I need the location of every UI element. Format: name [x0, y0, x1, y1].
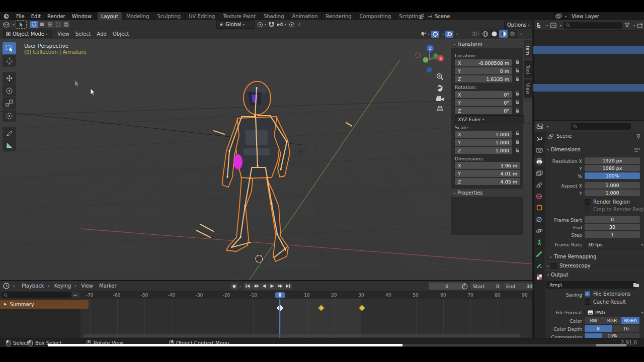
play-button[interactable]: [268, 283, 276, 290]
sidebar-tab-item[interactable]: Item: [524, 40, 532, 59]
menu-edit[interactable]: Edit: [31, 14, 41, 19]
frame-rate-dropdown[interactable]: 30 fps▾: [585, 241, 644, 248]
viewport-menu-view[interactable]: View: [57, 31, 69, 37]
outliner-display-mode-icon[interactable]: [550, 23, 556, 28]
outliner-row-pistola-child[interactable]: Pistola: [533, 92, 644, 99]
presets-icon[interactable]: [634, 147, 640, 152]
timeline-menu-view[interactable]: View: [81, 283, 93, 289]
soldier-character-armature[interactable]: [191, 70, 352, 282]
editor-type-chevron[interactable]: ▾: [13, 23, 14, 26]
active-tool-box-select[interactable]: [16, 20, 27, 29]
timeline-scrollbar[interactable]: [83, 334, 521, 337]
workspace-tab-compositing[interactable]: Compositing: [356, 12, 395, 20]
aspect-y-field[interactable]: 1.000: [585, 190, 640, 196]
scene-selector[interactable]: Scene: [432, 13, 553, 20]
options-button[interactable]: Options▾: [504, 21, 536, 29]
blender-logo-icon[interactable]: [3, 13, 10, 20]
jump-to-end-button[interactable]: [284, 283, 292, 290]
outliner-row-armature-object[interactable]: ▾ Armature: [533, 46, 644, 54]
tool-scale[interactable]: [3, 97, 16, 109]
frame-end-field[interactable]: 30: [585, 224, 640, 230]
frame-start-field[interactable]: Start0: [470, 283, 502, 290]
viewport-menu-object[interactable]: Object: [113, 31, 129, 37]
scene-chevron[interactable]: ▾: [428, 15, 430, 18]
cache-result-row[interactable]: Cache Result: [585, 299, 626, 305]
menu-window[interactable]: Window: [72, 14, 92, 19]
outliner-row-collection[interactable]: ▾ Collection ✓: [533, 39, 644, 46]
aspect-x-field[interactable]: 1.000: [585, 182, 640, 189]
zoom-view-icon[interactable]: [436, 73, 444, 80]
workspace-tab-uv-editing[interactable]: UV Editing: [185, 12, 218, 20]
tab-physics-properties[interactable]: [534, 226, 544, 236]
properties-editor-type-icon[interactable]: [536, 123, 543, 129]
outliner-row-scene-collection[interactable]: Scene Collection: [533, 31, 644, 39]
workspace-tab-shading[interactable]: Shading: [260, 12, 288, 20]
shading-chevron[interactable]: ▾: [520, 32, 522, 36]
dimensions-panel-header[interactable]: ▾Dimensions: [544, 145, 644, 153]
frame-start-field[interactable]: 0: [585, 216, 640, 223]
mode-dropdown[interactable]: Object Mode▾: [3, 30, 52, 38]
tab-object-properties[interactable]: [534, 203, 544, 213]
tab-texture-properties[interactable]: [534, 272, 544, 282]
rotation-z-field[interactable]: Z0°: [455, 107, 512, 114]
scale-lock-icons[interactable]: [515, 131, 520, 153]
select-mode-circle[interactable]: [46, 21, 54, 28]
falloff-curve-icon[interactable]: ∧: [297, 21, 301, 28]
tool-annotate[interactable]: [3, 127, 16, 139]
sidebar-tab-view[interactable]: View: [524, 79, 532, 98]
scale-x-field[interactable]: X1.000: [455, 131, 512, 138]
color-rgba-button[interactable]: RGBA: [621, 317, 640, 324]
navigation-gizmo[interactable]: Z X Y: [414, 44, 446, 76]
select-mode-tweak[interactable]: [30, 21, 38, 28]
depth-16-button[interactable]: 16: [612, 325, 640, 332]
viewport-canvas[interactable]: User Perspective (0) Collection | Armatu…: [0, 39, 532, 280]
compression-slider[interactable]: 15%: [585, 333, 640, 338]
menu-file[interactable]: File: [16, 14, 25, 19]
file-extensions-row[interactable]: ✓ File Extensions: [585, 291, 630, 297]
outliner-row-pose[interactable]: Pose: [533, 61, 644, 69]
timeline-editor-chevron[interactable]: ▾: [13, 284, 15, 288]
workspace-tab-modeling[interactable]: Modeling: [123, 12, 153, 20]
pan-view-icon[interactable]: [436, 84, 444, 92]
tool-rotate[interactable]: [3, 84, 16, 97]
stereoscopy-panel-header[interactable]: ▸ Stereoscopy: [544, 261, 644, 269]
frame-end-field[interactable]: End30: [503, 283, 535, 290]
dopesheet-area[interactable]: [80, 299, 532, 339]
rotation-x-field[interactable]: X0°: [455, 91, 512, 98]
file-extensions-checkbox[interactable]: ✓: [585, 291, 590, 297]
tool-move[interactable]: [3, 72, 16, 84]
outliner-row-antiparras[interactable]: ▸ Antiparras: [533, 76, 644, 84]
snap-magnet-icon[interactable]: [269, 22, 274, 28]
overlays-chevron[interactable]: ▾: [456, 32, 458, 36]
properties-subpanel-header[interactable]: ▸Properties: [451, 189, 529, 197]
sidebar-tab-tool[interactable]: Tool: [524, 60, 532, 78]
tool-cursor[interactable]: [3, 55, 16, 67]
crop-region-checkbox[interactable]: [585, 207, 590, 212]
outliner-row-pistola[interactable]: ▸ Pistola: [533, 107, 644, 114]
tab-bone-constraints-properties[interactable]: [534, 260, 544, 270]
tab-tool-properties[interactable]: [534, 133, 544, 143]
dimensions-y-field[interactable]: Y4.01 m: [455, 170, 520, 177]
menu-render[interactable]: Render: [47, 14, 65, 19]
select-mode-lasso[interactable]: [54, 21, 62, 28]
viewport-menu-select[interactable]: Select: [75, 31, 91, 37]
outliner-row-cuerpo[interactable]: ▸ Cuerpo: [533, 84, 644, 92]
shading-material-button[interactable]: [499, 30, 508, 38]
location-y-field[interactable]: Y0 m: [455, 67, 512, 74]
outliner-display-chevron[interactable]: ▾: [560, 24, 561, 27]
auto-keying-chevron[interactable]: ▾: [239, 285, 241, 288]
dimensions-z-field[interactable]: Z4.05 m: [455, 178, 520, 185]
outliner-filter-icon[interactable]: [624, 23, 630, 28]
view-layer-selector[interactable]: View Layer: [569, 13, 644, 20]
timeline-menu-keying[interactable]: Keying: [54, 283, 71, 289]
proportional-editing-icon[interactable]: [289, 22, 295, 28]
editor-type-3d-viewport-icon[interactable]: [3, 22, 10, 28]
timeline-menu-playback[interactable]: Playback: [22, 283, 44, 289]
jump-to-start-button[interactable]: [244, 283, 252, 290]
tab-constraints-properties[interactable]: [534, 214, 544, 224]
workspace-tab-rendering[interactable]: Rendering: [323, 12, 355, 20]
outliner-editor-chevron[interactable]: ▾: [546, 24, 548, 27]
output-path-field[interactable]: /tmp\: [546, 281, 636, 289]
outliner-filter-chevron[interactable]: ▾: [633, 24, 635, 27]
scale-y-field[interactable]: Y1.000: [455, 139, 512, 146]
